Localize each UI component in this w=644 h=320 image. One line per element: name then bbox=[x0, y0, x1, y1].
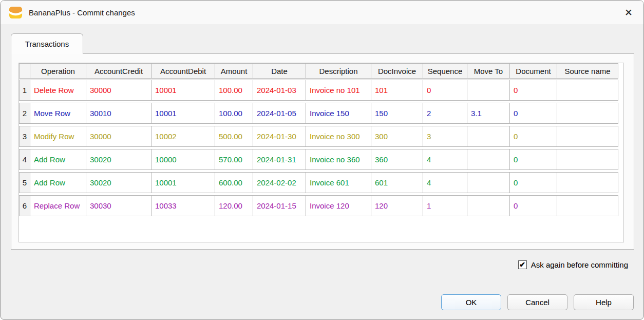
table-cell[interactable] bbox=[557, 149, 618, 170]
table-cell[interactable]: Delete Row bbox=[30, 80, 86, 101]
table-cell[interactable]: 2 bbox=[423, 103, 467, 124]
table-cell[interactable]: 4 bbox=[423, 149, 467, 170]
table-cell[interactable] bbox=[557, 126, 618, 147]
commit-changes-dialog: BananaPlus - Commit changes ✕ Transactio… bbox=[0, 0, 644, 320]
table-cell[interactable]: 30010 bbox=[86, 103, 151, 124]
table-cell[interactable]: 10001 bbox=[151, 172, 215, 193]
table-cell[interactable] bbox=[467, 80, 510, 101]
table-cell[interactable]: 601 bbox=[371, 172, 423, 193]
table-cell[interactable]: Invoice no 360 bbox=[306, 149, 371, 170]
column-header-document[interactable]: Document bbox=[509, 63, 557, 79]
table-cell[interactable]: 570.00 bbox=[215, 149, 253, 170]
table-cell[interactable]: 0 bbox=[509, 80, 557, 101]
table-cell[interactable]: Move Row bbox=[30, 103, 86, 124]
column-header-move-to[interactable]: Move To bbox=[467, 63, 510, 79]
column-header-source-name[interactable]: Source name bbox=[557, 63, 618, 79]
row-number[interactable]: 3 bbox=[19, 126, 30, 147]
table-row[interactable]: 2Move Row3001010001100.002024-01-05Invoi… bbox=[19, 103, 623, 124]
table-cell[interactable]: 10033 bbox=[151, 195, 215, 216]
table-cell[interactable]: 30020 bbox=[86, 172, 151, 193]
close-icon[interactable]: ✕ bbox=[620, 5, 637, 20]
table-cell[interactable]: 1 bbox=[423, 195, 467, 216]
table-cell[interactable]: 10001 bbox=[151, 103, 215, 124]
table-cell[interactable]: 100.00 bbox=[215, 80, 253, 101]
table-cell[interactable]: 3.1 bbox=[467, 103, 510, 124]
table-cell[interactable]: Invoice 150 bbox=[306, 103, 371, 124]
column-header-amount[interactable]: Amount bbox=[215, 63, 253, 79]
table-cell[interactable]: 360 bbox=[371, 149, 423, 170]
table-cell[interactable]: 2024-01-15 bbox=[253, 195, 306, 216]
table-row[interactable]: 5Add Row3002010001600.002024-02-02Invoic… bbox=[19, 172, 623, 193]
column-header-operation[interactable]: Operation bbox=[30, 63, 86, 79]
table-cell[interactable] bbox=[557, 172, 618, 193]
table-cell[interactable]: 101 bbox=[371, 80, 423, 101]
table-cell[interactable] bbox=[467, 149, 510, 170]
column-header-docinvoice[interactable]: DocInvoice bbox=[371, 63, 423, 79]
help-button[interactable]: Help bbox=[574, 294, 634, 310]
row-number[interactable]: 2 bbox=[19, 103, 30, 124]
row-number[interactable]: 5 bbox=[19, 172, 30, 193]
table-row[interactable]: 6Replace Row3003010033120.002024-01-15In… bbox=[19, 195, 623, 216]
ask-again-option[interactable]: ✔ Ask again before committing bbox=[518, 259, 628, 270]
table-cell[interactable]: 2024-02-02 bbox=[253, 172, 306, 193]
table-cell[interactable]: 2024-01-03 bbox=[253, 80, 306, 101]
tab-transactions[interactable]: Transactions bbox=[11, 33, 83, 54]
table-cell[interactable]: Modify Row bbox=[30, 126, 86, 147]
column-header-sequence[interactable]: Sequence bbox=[423, 63, 467, 79]
table-cell[interactable] bbox=[557, 103, 618, 124]
table-cell[interactable]: 30020 bbox=[86, 149, 151, 170]
row-number[interactable]: 1 bbox=[19, 80, 30, 101]
table-cell[interactable]: 30000 bbox=[86, 126, 151, 147]
table-cell[interactable]: 0 bbox=[423, 80, 467, 101]
table-cell[interactable]: 120.00 bbox=[215, 195, 253, 216]
cancel-button[interactable]: Cancel bbox=[507, 294, 567, 310]
table-cell[interactable]: 0 bbox=[509, 195, 557, 216]
table-cell[interactable]: 10001 bbox=[151, 80, 215, 101]
table-row[interactable]: 3Modify Row3000010002500.002024-01-30Inv… bbox=[19, 126, 623, 147]
table-cell[interactable]: 300 bbox=[371, 126, 423, 147]
table-cell[interactable]: 0 bbox=[509, 172, 557, 193]
table-cell[interactable]: 30030 bbox=[86, 195, 151, 216]
table-cell[interactable]: 2024-01-05 bbox=[253, 103, 306, 124]
corner-header-cell[interactable] bbox=[19, 63, 30, 79]
table-cell[interactable]: 2024-01-31 bbox=[253, 149, 306, 170]
table-cell[interactable]: 0 bbox=[509, 103, 557, 124]
table-cell[interactable]: 4 bbox=[423, 172, 467, 193]
table-row[interactable]: 4Add Row3002010000570.002024-01-31Invoic… bbox=[19, 149, 623, 170]
tab-pane: OperationAccountCreditAccountDebitAmount… bbox=[11, 53, 634, 250]
table-cell[interactable] bbox=[557, 195, 618, 216]
column-header-description[interactable]: Description bbox=[306, 63, 371, 79]
table-cell[interactable]: 0 bbox=[509, 126, 557, 147]
table-cell[interactable]: 10002 bbox=[151, 126, 215, 147]
row-number[interactable]: 4 bbox=[19, 149, 30, 170]
ok-button[interactable]: OK bbox=[441, 294, 501, 310]
table-cell[interactable]: Replace Row bbox=[30, 195, 86, 216]
table-cell[interactable]: 150 bbox=[371, 103, 423, 124]
table-cell[interactable] bbox=[557, 80, 618, 101]
ask-again-checkbox[interactable]: ✔ bbox=[518, 260, 527, 269]
row-number[interactable]: 6 bbox=[19, 195, 30, 216]
table-cell[interactable]: 2024-01-30 bbox=[253, 126, 306, 147]
table-cell[interactable]: 30000 bbox=[86, 80, 151, 101]
bananaplus-app-icon bbox=[9, 6, 23, 20]
column-header-accountcredit[interactable]: AccountCredit bbox=[86, 63, 151, 79]
table-cell[interactable]: 120 bbox=[371, 195, 423, 216]
table-cell[interactable]: Invoice no 101 bbox=[306, 80, 371, 101]
table-cell[interactable]: Invoice 601 bbox=[306, 172, 371, 193]
table-cell[interactable] bbox=[467, 126, 510, 147]
table-cell[interactable]: 0 bbox=[509, 149, 557, 170]
table-cell[interactable]: Add Row bbox=[30, 149, 86, 170]
table-cell[interactable]: Invoice 120 bbox=[306, 195, 371, 216]
table-cell[interactable]: 600.00 bbox=[215, 172, 253, 193]
table-cell[interactable]: Invoice no 300 bbox=[306, 126, 371, 147]
table-cell[interactable] bbox=[467, 195, 510, 216]
table-row[interactable]: 1Delete Row3000010001100.002024-01-03Inv… bbox=[19, 80, 623, 101]
table-cell[interactable]: 100.00 bbox=[215, 103, 253, 124]
table-cell[interactable]: 10000 bbox=[151, 149, 215, 170]
table-cell[interactable]: 3 bbox=[423, 126, 467, 147]
table-cell[interactable]: 500.00 bbox=[215, 126, 253, 147]
table-cell[interactable] bbox=[467, 172, 510, 193]
table-cell[interactable]: Add Row bbox=[30, 172, 86, 193]
column-header-accountdebit[interactable]: AccountDebit bbox=[151, 63, 215, 79]
column-header-date[interactable]: Date bbox=[253, 63, 306, 79]
